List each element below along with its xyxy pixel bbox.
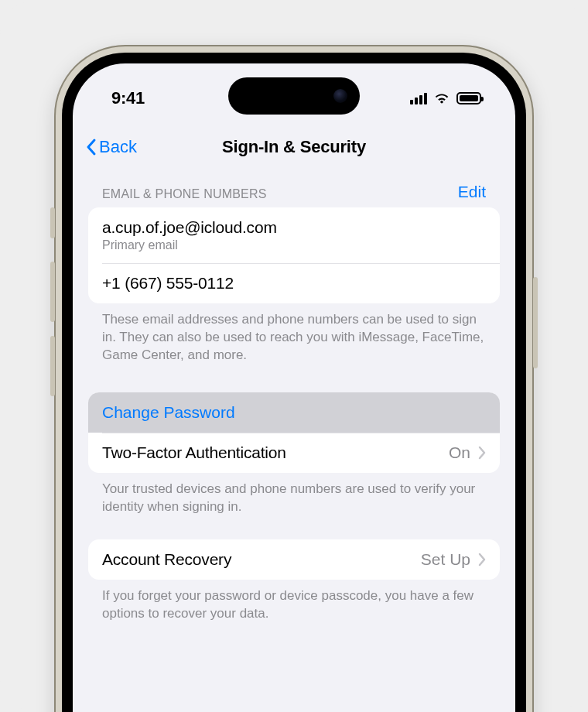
chevron-left-icon [85, 138, 97, 156]
chevron-right-icon [478, 446, 486, 460]
change-password-label: Change Password [102, 403, 235, 422]
two-factor-row[interactable]: Two-Factor Authentication On [88, 433, 500, 473]
security-footer: Your trusted devices and phone numbers a… [88, 473, 500, 516]
side-button-vol-down [50, 336, 55, 396]
phone-row[interactable]: +1 (667) 555-0112 [88, 263, 500, 303]
status-indicators [410, 92, 481, 104]
screen: 9:41 [73, 63, 515, 712]
two-factor-value: On [449, 443, 470, 462]
two-factor-label: Two-Factor Authentication [102, 443, 286, 462]
security-group: Change Password Two-Factor Authenticatio… [88, 392, 500, 473]
phone-bezel: 9:41 [62, 53, 526, 712]
phone-frame: 9:41 [54, 45, 534, 712]
section-header-contacts: EMAIL & PHONE NUMBERS [102, 187, 267, 201]
page-title: Sign-In & Security [222, 137, 366, 157]
recovery-footer: If you forget your password or device pa… [88, 580, 500, 623]
side-button-power [533, 277, 538, 368]
back-label: Back [99, 137, 137, 157]
wifi-icon [433, 92, 450, 104]
edit-button[interactable]: Edit [458, 183, 486, 201]
email-value: a.cup.of.joe@icloud.com [102, 218, 486, 237]
side-button-silence [50, 207, 55, 238]
content: EMAIL & PHONE NUMBERS Edit a.cup.of.joe@… [73, 169, 515, 623]
email-sublabel: Primary email [102, 238, 486, 252]
account-recovery-row[interactable]: Account Recovery Set Up [88, 539, 500, 580]
dynamic-island [228, 77, 360, 115]
nav-bar: Back Sign-In & Security [73, 125, 515, 169]
change-password-row[interactable]: Change Password [88, 392, 500, 433]
section-header-row: EMAIL & PHONE NUMBERS Edit [88, 169, 500, 207]
status-time: 9:41 [111, 88, 145, 108]
contacts-footer: These email addresses and phone numbers … [88, 303, 500, 365]
account-recovery-label: Account Recovery [102, 550, 231, 569]
account-recovery-value: Set Up [421, 550, 470, 569]
back-button[interactable]: Back [85, 137, 137, 157]
camera-icon [333, 89, 347, 103]
side-button-vol-up [50, 262, 55, 322]
phone-value: +1 (667) 555-0112 [102, 274, 486, 293]
canvas: 9:41 [0, 0, 588, 712]
chevron-right-icon [478, 553, 486, 567]
recovery-group: Account Recovery Set Up [88, 539, 500, 580]
email-row[interactable]: a.cup.of.joe@icloud.com Primary email [88, 207, 500, 263]
battery-icon [456, 92, 481, 104]
cellular-icon [410, 92, 427, 104]
contact-group: a.cup.of.joe@icloud.com Primary email +1… [88, 207, 500, 303]
